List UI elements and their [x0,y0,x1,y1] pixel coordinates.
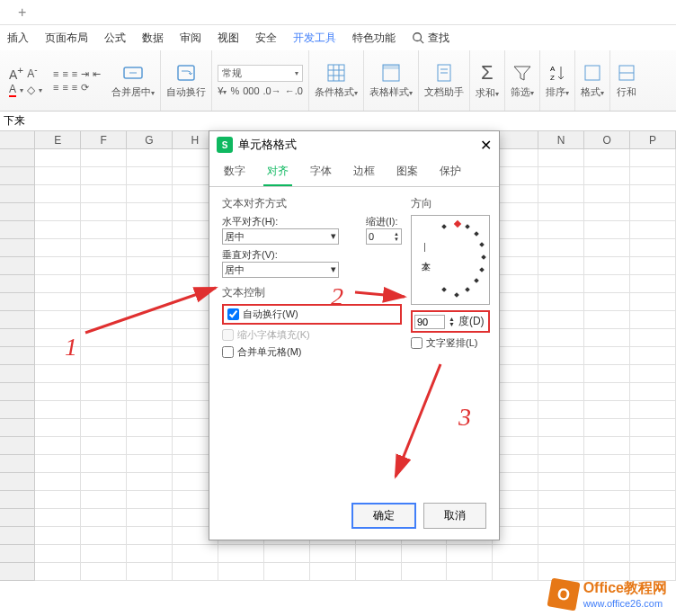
degree-spinner[interactable]: ▲▼ [449,317,455,327]
new-tab-plus[interactable]: + [18,4,26,21]
watermark-logo-icon: O [547,577,580,611]
dochelper-icon[interactable] [433,62,455,84]
font-decrease-icon[interactable]: A- [27,65,37,80]
menu-special[interactable]: 特色功能 [352,31,396,46]
indent-label: 缩进(I): [366,215,402,228]
tab-pattern[interactable]: 图案 [393,158,422,186]
align-top-icon[interactable]: ≡ [53,68,58,79]
col-header[interactable]: N [538,131,584,148]
dropdown-icon[interactable]: ▾ [20,86,23,94]
menu-formula[interactable]: 公式 [104,31,126,46]
sum-label[interactable]: 求和▾ [476,86,499,100]
svg-point-0 [414,33,422,41]
rowcol-label[interactable]: 行和 [617,85,636,99]
menu-data[interactable]: 数据 [142,31,164,46]
halign-label: 水平对齐(H): [222,215,339,228]
align-right-icon[interactable]: ≡ [72,82,77,93]
menu-insert[interactable]: 插入 [7,31,29,46]
indent-dec-icon[interactable]: ⇤ [93,68,101,80]
dropdown-icon[interactable]: ▾ [39,86,42,94]
condfmt-label[interactable]: 条件格式▾ [315,85,358,99]
tab-number[interactable]: 数字 [220,158,249,186]
rowcol-icon[interactable] [616,62,637,84]
number-format-select[interactable]: 常规▾ [218,65,303,82]
menu-search[interactable]: 查找 [412,31,449,46]
align-mid-icon[interactable]: ≡ [62,68,67,79]
tablestyle-icon[interactable] [380,62,402,84]
sum-icon[interactable]: Σ [481,61,494,85]
tab-align[interactable]: 对齐 [263,158,292,186]
condfmt-icon[interactable] [325,62,347,84]
sort-icon[interactable]: AZ [547,62,568,84]
tab-border[interactable]: 边框 [350,158,378,186]
currency-icon[interactable]: ¥▾ [218,85,227,96]
col-header[interactable]: E [35,131,81,148]
text-align-heading: 文本对齐方式 [222,196,402,211]
direction-heading: 方向 [411,196,490,211]
format-icon[interactable] [582,62,603,84]
watermark-brand: Office教程网 [583,579,667,598]
col-header[interactable]: F [81,131,127,148]
filter-label[interactable]: 筛选▾ [511,85,534,99]
menu-search-label: 查找 [428,31,449,46]
format-label[interactable]: 格式▾ [581,85,604,99]
watermark-url: www.office26.com [583,598,667,609]
menu-view[interactable]: 视图 [218,31,239,46]
ok-button[interactable]: 确定 [351,503,416,529]
col-header[interactable]: P [630,131,676,148]
wrap-icon[interactable] [175,62,197,84]
wrap-text-checkbox[interactable]: 自动换行(W) [222,304,402,325]
dec-inc-icon[interactable]: .0→ [263,85,281,96]
cancel-button[interactable]: 取消 [423,503,486,529]
merge-cells-input[interactable] [222,346,234,358]
menu-security[interactable]: 安全 [255,31,277,46]
close-icon[interactable]: ✕ [480,137,492,154]
col-header[interactable]: O [584,131,630,148]
vertical-text-checkbox[interactable]: 文字竖排(L) [411,336,490,350]
tablestyle-label[interactable]: 表格样式▾ [369,85,413,99]
fill-color-icon[interactable]: ◇ [27,84,35,96]
filter-icon[interactable] [511,62,533,84]
menu-layout[interactable]: 页面布局 [45,31,88,46]
menu-review[interactable]: 审阅 [180,31,201,46]
merge-cells-checkbox[interactable]: 合并单元格(M) [222,345,402,359]
annotation-number-1: 1 [65,333,77,362]
wrap-text-input[interactable] [227,308,239,320]
valign-label: 垂直对齐(V): [222,248,402,262]
font-increase-icon[interactable]: A+ [9,64,23,82]
vertical-text-input[interactable] [411,337,422,349]
indent-inc-icon[interactable]: ⇥ [81,68,89,80]
wrap-label[interactable]: 自动换行 [166,85,206,99]
degree-input[interactable] [414,315,445,329]
percent-icon[interactable]: % [230,85,239,96]
halign-select[interactable]: 居中 ▾ [222,228,339,245]
menu-devtools[interactable]: 开发工具 [293,31,336,46]
orientation-dial[interactable]: — 文本 [411,215,490,305]
comma-icon[interactable]: 000 [243,85,259,96]
align-left-icon[interactable]: ≡ [53,82,58,93]
dochelper-label[interactable]: 文档助手 [424,85,464,99]
annotation-number-3: 3 [458,403,471,432]
cell-format-dialog: S 单元格格式 ✕ 数字 对齐 字体 边框 图案 保护 文本对齐方式 水平对齐(… [209,130,500,540]
svg-text:A: A [550,65,556,73]
merge-icon[interactable] [122,62,144,84]
shrink-fit-checkbox: 缩小字体填充(K) [222,328,402,342]
col-header[interactable]: G [127,131,173,148]
font-color-icon[interactable]: A [9,83,16,97]
tab-font[interactable]: 字体 [307,158,335,186]
align-center-icon[interactable]: ≡ [62,82,67,93]
search-icon [412,31,424,44]
corner-header[interactable] [0,131,35,148]
align-bot-icon[interactable]: ≡ [72,68,77,79]
indent-spinner[interactable]: 0▲▼ [366,228,402,245]
svg-line-1 [421,40,424,44]
wps-logo-icon: S [217,137,233,153]
svg-rect-17 [585,66,600,80]
merge-label[interactable]: 合并居中▾ [111,85,155,99]
sort-label[interactable]: 排序▾ [546,85,569,99]
valign-select[interactable]: 居中 ▾ [222,262,339,278]
tab-protect[interactable]: 保护 [436,158,465,186]
formula-bar[interactable]: 下来 [0,112,676,131]
dec-dec-icon[interactable]: ←.0 [285,85,303,96]
orient-icon[interactable]: ⟳ [81,82,89,94]
